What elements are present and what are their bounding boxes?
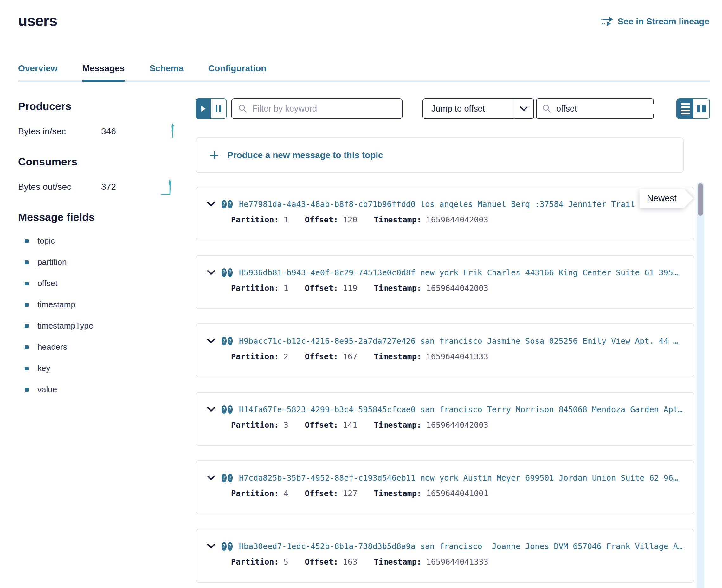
- consumers-metric-row: Bytes out/sec 372: [18, 179, 177, 195]
- play-pause-toggle: [195, 98, 227, 119]
- chevron-down-icon[interactable]: [207, 338, 215, 344]
- field-bullet-icon: [25, 303, 28, 307]
- message-row-header[interactable]: ?? H5936db81-b943-4e0f-8c29-74513e0c0d8f…: [207, 267, 686, 278]
- replacement-char-icon: ?: [228, 542, 233, 551]
- message-field-item: value: [18, 379, 177, 400]
- field-bullet-icon: [25, 366, 28, 370]
- chevron-down-icon[interactable]: [207, 407, 215, 412]
- message-row-header[interactable]: ?? He77981da-4a43-48ab-b8f8-cb71b96ffdd0…: [207, 198, 686, 209]
- search-icon: [542, 104, 551, 113]
- offset-pair: Offset: 127: [305, 489, 357, 498]
- offset-search-input[interactable]: [556, 104, 668, 114]
- message-card: ?? H5936db81-b943-4e0f-8c29-74513e0c0d8f…: [195, 255, 695, 309]
- messages-toolbar: Jump to offset: [195, 98, 710, 119]
- partition-label: Partition:: [231, 557, 279, 566]
- bytes-in-sparkline: [169, 123, 177, 140]
- replacement-char-icon: ?: [222, 474, 227, 482]
- field-name: value: [37, 385, 57, 395]
- binary-key-glyphs: ??: [222, 337, 233, 345]
- partition-value: 2: [284, 352, 288, 361]
- message-field-item: topic: [18, 230, 177, 252]
- message-card: ?? H14fa67fe-5823-4299-b3c4-595845cfcae0…: [195, 392, 695, 446]
- replacement-char-icon: ?: [222, 337, 227, 345]
- field-name: offset: [37, 278, 57, 288]
- message-row-header[interactable]: ?? H7cda825b-35b7-4952-88ef-c193d546eb11…: [207, 472, 686, 483]
- field-bullet-icon: [25, 260, 28, 264]
- offset-value: 141: [343, 420, 357, 429]
- timestamp-pair: Timestamp: 1659644042003: [374, 215, 488, 224]
- offset-label: Offset:: [305, 352, 338, 361]
- message-card: ?? Hba30eed7-1edc-452b-8b1a-738d3b5d8a9a…: [195, 529, 695, 583]
- offset-pair: Offset: 119: [305, 284, 357, 293]
- timestamp-label: Timestamp:: [374, 557, 421, 566]
- offset-pair: Offset: 167: [305, 352, 357, 361]
- stream-lineage-label: See in Stream lineage: [618, 17, 709, 27]
- timestamp-pair: Timestamp: 1659644042003: [374, 284, 488, 293]
- binary-key-glyphs: ??: [222, 542, 233, 551]
- tab-configuration[interactable]: Configuration: [208, 63, 267, 82]
- timestamp-pair: Timestamp: 1659644041333: [374, 352, 488, 361]
- replacement-char-icon: ?: [228, 268, 233, 277]
- message-fields-heading: Message fields: [18, 211, 177, 223]
- message-field-item: key: [18, 358, 177, 379]
- chevron-down-icon[interactable]: [514, 99, 533, 119]
- message-field-item: timestamp: [18, 294, 177, 315]
- column-view-button[interactable]: [694, 99, 709, 119]
- filter-keyword-input[interactable]: [252, 104, 395, 114]
- view-mode-toggle: [676, 98, 710, 119]
- chevron-down-icon[interactable]: [207, 544, 215, 549]
- scrollbar-track[interactable]: [697, 182, 704, 588]
- timestamp-label: Timestamp:: [374, 215, 421, 224]
- chevron-down-icon[interactable]: [207, 475, 215, 481]
- produce-message-button[interactable]: Produce a new message to this topic: [195, 138, 684, 173]
- scrollbar-thumb[interactable]: [698, 184, 703, 216]
- timestamp-pair: Timestamp: 1659644041001: [374, 489, 488, 498]
- replacement-char-icon: ?: [222, 200, 227, 208]
- pause-button[interactable]: [211, 99, 226, 119]
- partition-value: 1: [284, 284, 288, 293]
- list-view-button[interactable]: [677, 99, 694, 119]
- bytes-in-label: Bytes in/sec: [18, 126, 101, 136]
- list-view-icon: [681, 103, 690, 105]
- tab-overview[interactable]: Overview: [18, 63, 58, 82]
- message-list: ?? He77981da-4a43-48ab-b8f8-cb71b96ffdd0…: [195, 187, 695, 588]
- bytes-in-value: 346: [101, 126, 116, 136]
- message-row-header[interactable]: ?? Hba30eed7-1edc-452b-8b1a-738d3b5d8a9a…: [207, 541, 686, 551]
- consumers-heading: Consumers: [18, 155, 177, 168]
- message-row-header[interactable]: ?? H14fa67fe-5823-4299-b3c4-595845cfcae0…: [207, 404, 686, 415]
- replacement-char-icon: ?: [222, 542, 227, 551]
- timestamp-value: 1659644041333: [426, 352, 489, 361]
- message-meta: Partition: 1 Offset: 120 Timestamp: 1659…: [231, 215, 686, 224]
- chevron-down-icon[interactable]: [207, 202, 215, 207]
- message-row-header[interactable]: ?? H9bacc71c-b12c-4216-8e95-2a7da727e426…: [207, 336, 686, 346]
- timestamp-label: Timestamp:: [374, 352, 421, 361]
- timestamp-pair: Timestamp: 1659644042003: [374, 420, 488, 429]
- timestamp-label: Timestamp:: [374, 489, 421, 498]
- binary-key-glyphs: ??: [222, 268, 233, 277]
- tab-messages[interactable]: Messages: [82, 63, 125, 82]
- binary-key-glyphs: ??: [222, 474, 233, 482]
- message-fields-list: topic partition offset timestamp timesta…: [18, 230, 177, 400]
- partition-value: 3: [284, 420, 288, 429]
- offset-label: Offset:: [305, 420, 338, 429]
- field-name: partition: [37, 257, 67, 267]
- field-name: timestampType: [37, 321, 93, 331]
- offset-value: 119: [343, 284, 357, 293]
- tab-schema[interactable]: Schema: [149, 63, 183, 82]
- field-bullet-icon: [25, 324, 28, 328]
- stream-lineage-icon: [601, 17, 613, 27]
- jump-to-offset-value: Jump to offset: [423, 99, 514, 119]
- offset-value: 127: [343, 489, 357, 498]
- replacement-char-icon: ?: [222, 405, 227, 414]
- stream-lineage-link[interactable]: See in Stream lineage: [601, 17, 709, 27]
- timestamp-label: Timestamp:: [374, 284, 421, 293]
- partition-label: Partition:: [231, 215, 279, 224]
- message-meta: Partition: 4 Offset: 127 Timestamp: 1659…: [231, 489, 686, 498]
- binary-key-glyphs: ??: [222, 405, 233, 414]
- play-button[interactable]: [196, 99, 211, 119]
- partition-label: Partition:: [231, 420, 279, 429]
- chevron-down-icon[interactable]: [207, 270, 215, 275]
- jump-to-offset-select[interactable]: Jump to offset: [422, 98, 534, 119]
- column-view-icon: [697, 105, 700, 112]
- newest-tooltip: Newest: [640, 189, 684, 208]
